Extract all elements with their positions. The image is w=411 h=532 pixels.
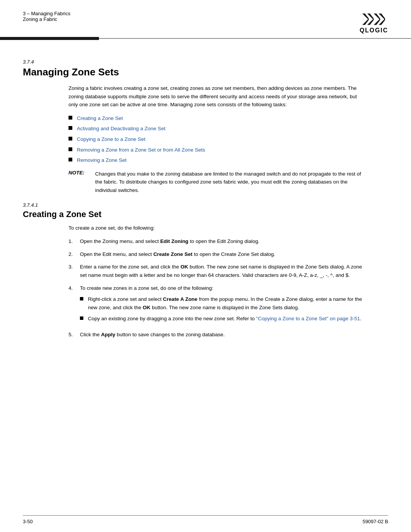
footer-divider <box>23 515 388 516</box>
footer-content: 3-50 59097-02 B <box>23 519 388 524</box>
bullet-icon <box>68 116 72 120</box>
link-removing-zone-from-set[interactable]: Removing a Zone from a Zone Set or from … <box>77 146 205 154</box>
step-5: 5. Click the Apply button to save change… <box>68 331 365 339</box>
section-number-3-7-4-1: 3.7.4.1 <box>23 202 388 208</box>
section-title-3-7-4: Managing Zone Sets <box>23 66 388 78</box>
header-text: 3 – Managing Fabrics Zoning a Fabric <box>23 11 70 22</box>
sub-list-item-2: Copy an existing zone by dragging a zone… <box>80 315 365 323</box>
step-num-3: 3. <box>68 263 80 271</box>
list-item: Activating and Deactivating a Zone Set <box>68 125 388 133</box>
step-text-3: Enter a name for the zone set, and click… <box>80 263 365 279</box>
bold-ok-1: OK <box>180 264 188 270</box>
note-text: Changes that you make to the zoning data… <box>95 170 365 195</box>
link-creating-zone-set[interactable]: Creating a Zone Set <box>77 114 123 123</box>
bullet-list: Creating a Zone Set Activating and Deact… <box>68 114 388 165</box>
bullet-icon <box>68 137 72 141</box>
bold-create-zone-set: Create Zone Set <box>153 251 193 257</box>
qlogic-logo-icon <box>360 11 387 28</box>
step-num-1: 1. <box>68 237 80 246</box>
sub-bullet-icon <box>80 316 83 320</box>
main-content: 3.7.4 Managing Zone Sets Zoning a fabric… <box>0 40 411 339</box>
bold-edit-zoning: Edit Zoning <box>160 238 188 244</box>
step-2: 2. Open the Edit menu, and select Create… <box>68 250 365 259</box>
list-item: Removing a Zone from a Zone Set or from … <box>68 146 388 154</box>
note-block: NOTE: Changes that you make to the zonin… <box>68 170 365 195</box>
divider-light <box>99 38 411 39</box>
link-removing-zone-set[interactable]: Removing a Zone Set <box>77 156 127 165</box>
list-item: Copying a Zone to a Zone Set <box>68 135 388 144</box>
step-num-2: 2. <box>68 250 80 259</box>
footer-page-number: 3-50 <box>23 519 33 524</box>
logo-container: QLOGIC <box>360 11 388 34</box>
step-3: 3. Enter a name for the zone set, and cl… <box>68 263 365 279</box>
sub-bullet-icon <box>80 297 83 300</box>
divider-dark <box>0 37 99 40</box>
step-text-1: Open the Zoning menu, and select Edit Zo… <box>80 237 365 246</box>
header-chapter: 3 – Managing Fabrics <box>23 11 70 16</box>
step-num-5: 5. <box>68 331 80 339</box>
sub-list-item-1: Right-click a zone set and select Create… <box>80 295 365 312</box>
bullet-icon <box>68 158 72 161</box>
step-text-4: To create new zones in a zone set, do on… <box>80 284 365 326</box>
step-text-2: Open the Edit menu, and select Create Zo… <box>80 250 365 259</box>
step-num-4: 4. <box>68 284 80 292</box>
sub-text-2: Copy an existing zone by dragging a zone… <box>88 315 362 323</box>
bold-create-a-zone: Create A Zone <box>163 296 198 302</box>
page-footer: 3-50 59097-02 B <box>0 515 411 532</box>
bold-ok-2: OK <box>143 305 150 310</box>
note-label: NOTE: <box>68 170 95 195</box>
footer-doc-number: 59097-02 B <box>363 519 388 524</box>
page-container: 3 – Managing Fabrics Zoning a Fabric QLO… <box>0 0 411 532</box>
bullet-icon <box>68 126 72 130</box>
page-header: 3 – Managing Fabrics Zoning a Fabric QLO… <box>0 0 411 34</box>
logo-text: QLOGIC <box>360 27 388 34</box>
section-3-7-4: 3.7.4 Managing Zone Sets Zoning a fabric… <box>23 59 388 195</box>
intro-text: Zoning a fabric involves creating a zone… <box>68 84 365 109</box>
bullet-icon <box>68 147 72 151</box>
step-text-5: Click the Apply button to save changes t… <box>80 331 365 339</box>
section-title-3-7-4-1: Creating a Zone Set <box>23 209 388 219</box>
section-3-7-4-1: 3.7.4.1 Creating a Zone Set To create a … <box>23 202 388 339</box>
link-activating-zone-set[interactable]: Activating and Deactivating a Zone Set <box>77 125 166 133</box>
step-4: 4. To create new zones in a zone set, do… <box>68 284 365 326</box>
creating-intro-text: To create a zone set, do the following: <box>68 224 365 232</box>
link-copying-zone[interactable]: Copying a Zone to a Zone Set <box>77 135 145 144</box>
sub-bullet-list: Right-click a zone set and select Create… <box>80 295 365 323</box>
bold-apply: Apply <box>101 332 116 337</box>
list-item: Creating a Zone Set <box>68 114 388 123</box>
section-number-3-7-4: 3.7.4 <box>23 59 388 65</box>
link-copying-zone-ref[interactable]: "Copying a Zone to a Zone Set" on page 3… <box>256 316 360 321</box>
step-1: 1. Open the Zoning menu, and select Edit… <box>68 237 365 246</box>
steps-list: 1. Open the Zoning menu, and select Edit… <box>68 237 365 339</box>
header-divider <box>0 37 411 40</box>
header-section: Zoning a Fabric <box>23 16 70 22</box>
list-item: Removing a Zone Set <box>68 156 388 165</box>
sub-text-1: Right-click a zone set and select Create… <box>88 295 365 312</box>
